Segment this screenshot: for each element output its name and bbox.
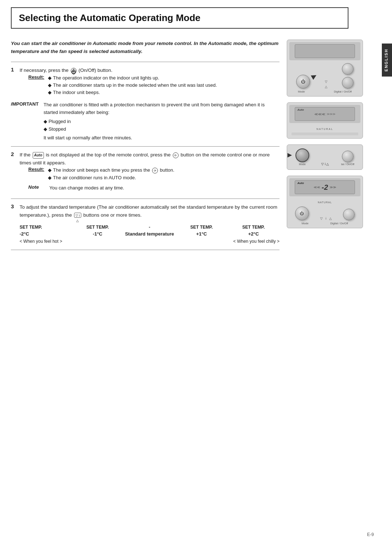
important-content: The air conditioner is fitted with a pro…: [44, 101, 279, 142]
temp-val-2: -1°C: [72, 231, 123, 237]
result-item: ◆ The air conditioner runs in AUTO mode.: [48, 174, 279, 181]
airflow-right-4: ≫≫: [330, 185, 336, 189]
nav-mid-4: i: [326, 217, 326, 220]
step-2-number: 2: [11, 151, 17, 194]
step-2-content: If the Auto is not displayed at the top …: [20, 151, 279, 194]
page-title-box: Selecting the Automatic Operating Mode: [11, 7, 348, 29]
nav-down-4: ▽: [320, 217, 323, 220]
remote-illustration-2: Auto ≪≪≪ ≫≫≫ NATURAL: [287, 102, 363, 139]
auto-badge-4: Auto: [297, 181, 304, 185]
right-column: ⏻ ▶ ▽: [287, 40, 370, 254]
temp-icon: ▽ i △: [74, 213, 81, 218]
page-number: E-9: [367, 532, 374, 537]
important-text: The air conditioner is fitted with a pro…: [44, 101, 279, 116]
bullet-icon: ◆: [48, 82, 52, 89]
remote-screen-4: Auto ≪≪ -2 ≫≫: [289, 178, 360, 196]
natural-label-4: NATURAL: [289, 198, 360, 205]
step-3-text: To adjust the standard temperature (The …: [20, 203, 279, 219]
mode-label-1: Mode: [298, 90, 305, 93]
bullet-icon: ◆: [48, 74, 52, 82]
nav-group-4: ▽ i △: [320, 217, 332, 220]
nav-group-3: ▽ i △: [321, 162, 329, 166]
remote-screen-2: Auto ≪≪≪ ≫≫≫: [289, 105, 360, 123]
note-label: Note: [28, 184, 46, 192]
result-label-1: Result:: [28, 74, 46, 96]
step-1-number: 1: [11, 66, 17, 98]
language-tab: ENGLISH: [382, 44, 392, 77]
temp-label-hot: < When you feel hot >: [20, 239, 150, 244]
important-label: iMPORTANT: [11, 101, 41, 142]
onoff-button-1: [342, 77, 354, 89]
power-group-4: ⏻: [295, 206, 309, 220]
step-1-text: If necessary, press the ⏻ (On/Off) butto…: [20, 66, 279, 74]
power-button: ⏻: [296, 75, 310, 89]
airflow-left: ≪≪≪: [314, 112, 325, 116]
temp-header-1: SET TEMP.: [20, 225, 72, 230]
temp-digit: -2: [322, 183, 328, 192]
result-item: ◆ The indoor unit beeps.: [48, 89, 279, 96]
remote-illustration-4: Auto ≪≪ -2 ≫≫ NATURAL: [287, 176, 363, 228]
result-text: The air conditioner runs in AUTO mode.: [53, 174, 136, 181]
power-icon: ⏻: [71, 68, 77, 74]
result-text: The operation indicator on the indoor un…: [53, 74, 159, 82]
nav-up-4: △: [329, 217, 332, 220]
temp-display: ≪≪ -2 ≫≫: [314, 183, 336, 192]
step-3-number: 3: [11, 203, 17, 245]
auto-badge-2: Auto: [297, 108, 304, 111]
natural-label-2: NATURAL: [289, 124, 360, 132]
note-text: You can change modes at any time.: [49, 184, 124, 192]
screen-display-4: Auto ≪≪ -2 ≫≫: [295, 180, 355, 194]
power-button-group: ⏻ ▶: [296, 75, 310, 89]
nav-arrows-group: ▽ △: [324, 80, 328, 89]
airflow-right: ≫≫≫: [327, 113, 335, 116]
divider-bar: [291, 132, 358, 135]
mode-icon: ⟳: [173, 152, 179, 158]
screen-display-1: [295, 44, 355, 58]
temp-header-dash: -: [123, 225, 175, 230]
power-icon-4: ⏻: [300, 211, 304, 216]
result-items-2: ◆ The indoor unit beeps each time you pr…: [48, 167, 279, 181]
result-item: ◆ The operation indicator on the indoor …: [48, 74, 279, 82]
mode-group-4: [343, 209, 355, 220]
digitalonoff-label-4: Digital / On/Off: [330, 222, 348, 225]
step-3: 3 To adjust the standard temperature (Th…: [11, 203, 279, 245]
arrow-indicator: ▶: [310, 71, 318, 81]
important-box: iMPORTANT The air conditioner is fitted …: [11, 101, 279, 142]
temp-header-4: SET TEMP.: [228, 225, 279, 230]
onoff-button-3: [342, 151, 354, 162]
temp-val-4: +2°C: [228, 231, 279, 237]
power-button-4: ⏻: [295, 206, 309, 220]
intro-paragraph: You can start the air conditioner in Aut…: [11, 40, 279, 55]
digitalonoff-label-1: Digital / On/Off: [334, 90, 352, 93]
step-1: 1 If necessary, press the ⏻ (On/Off) but…: [11, 66, 279, 98]
result-items-1: ◆ The operation indicator on the indoor …: [48, 74, 279, 96]
temp-val-3: +1°C: [176, 231, 228, 237]
mode-button-group-3: ▶ Mode: [295, 148, 309, 166]
nav-up-3: ▽ i △: [321, 162, 329, 166]
main-content: Selecting the Automatic Operating Mode Y…: [0, 0, 377, 548]
result-text: The indoor unit beeps.: [53, 89, 100, 96]
mode-button-group-1: [342, 63, 354, 89]
page-title: Selecting the Automatic Operating Mode: [19, 12, 340, 24]
temp-header-2: SET TEMP.: [72, 225, 123, 230]
temp-label-chilly: < When you feel chilly >: [150, 239, 279, 244]
natural-text: NATURAL: [317, 128, 333, 130]
note-box: Note You can change modes at any time.: [28, 184, 279, 192]
bullet-icon: ◆: [48, 89, 52, 96]
auto-icon: Auto: [33, 152, 44, 159]
step-3-content: To adjust the standard temperature (The …: [20, 203, 279, 245]
step-1-result: Result: ◆ The operation indicator on the…: [28, 74, 279, 96]
divider-2: [11, 146, 279, 147]
left-column: You can start the air conditioner in Aut…: [11, 40, 279, 254]
important-footer: It will start up normally after three mi…: [44, 134, 279, 142]
result-text: The indoor unit beeps each time you pres…: [53, 167, 174, 174]
nav-down: △: [325, 85, 327, 89]
divider-3: [11, 199, 279, 199]
mode-arrow: ▶: [287, 151, 292, 158]
screen-display-2: Auto ≪≪≪ ≫≫≫: [295, 107, 355, 121]
button-labels-4: Mode Digital / On/Off: [289, 222, 360, 226]
remote-controls-3: ▶ Mode ▽ i △ tal / On/Off: [289, 147, 360, 167]
bullet-icon: ◆: [48, 167, 52, 174]
airflow-left-4: ≪≪: [314, 185, 320, 189]
result-item: ◆ The air conditioner starts up in the m…: [48, 82, 279, 89]
